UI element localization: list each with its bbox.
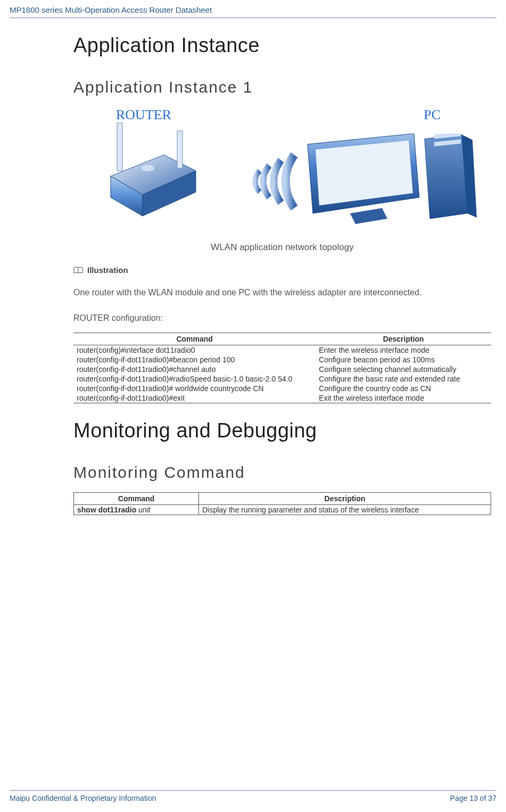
illustration-label: Illustration bbox=[87, 266, 128, 275]
table-header-description: Description bbox=[316, 333, 491, 345]
router-antenna-1 bbox=[117, 123, 122, 171]
topology-diagram: ROUTER PC bbox=[84, 107, 488, 229]
footer-row: Maipu Confidential & Proprietary Informa… bbox=[10, 794, 496, 802]
table-header-command: Command bbox=[74, 492, 199, 504]
footer-rule bbox=[10, 790, 496, 791]
cmd-cell: router(config)#interface dot11radio0 bbox=[73, 345, 316, 355]
router-antenna-2 bbox=[177, 131, 183, 168]
desc-cell: Configure the country code as CN bbox=[316, 384, 491, 393]
desc-cell: Enter the wireless interface mode bbox=[316, 345, 491, 355]
table-header-row: Command Description bbox=[74, 492, 491, 504]
table-row: router(config-if-dot11radio0)#beacon per… bbox=[73, 355, 491, 364]
heading-application-instance-1: Application Instance 1 bbox=[73, 78, 491, 96]
router-led-area bbox=[142, 165, 154, 171]
pc-tower bbox=[425, 135, 467, 219]
monitoring-command-table: Command Description show dot11radio unit… bbox=[73, 492, 491, 515]
pc-label: PC bbox=[424, 107, 441, 123]
cmd-cell: router(config-if-dot11radio0)#exit bbox=[73, 393, 316, 403]
diagram-caption: WLAN application network topology bbox=[73, 242, 491, 253]
header-rule bbox=[10, 18, 496, 18]
cmd-cell: router(config-if-dot11radio0)#radioSpeed… bbox=[73, 374, 316, 384]
table-row: show dot11radio unit Display the running… bbox=[74, 504, 491, 515]
cmd-cell: show dot11radio unit bbox=[74, 504, 199, 515]
monitor-stand bbox=[350, 208, 387, 224]
table-header-description: Description bbox=[199, 492, 491, 504]
doc-header-title: MP1800 series Multi-Operation Access Rou… bbox=[10, 0, 496, 18]
heading-application-instance: Application Instance bbox=[73, 34, 491, 57]
table-row: router(config-if-dot11radio0)#radioSpeed… bbox=[73, 374, 491, 384]
desc-cell: Display the running parameter and status… bbox=[199, 504, 491, 515]
router-config-label: ROUTER configuration: bbox=[73, 311, 491, 326]
heading-monitoring-command: Monitoring Command bbox=[73, 463, 491, 482]
table-row: router(config-if-dot11radio0)#channel au… bbox=[73, 364, 491, 374]
table-header-row: Command Description bbox=[73, 333, 491, 345]
router-config-table: Command Description router(config)#inter… bbox=[73, 333, 491, 403]
table-row: router(config)#interface dot11radio0Ente… bbox=[73, 345, 491, 355]
pc-graphic bbox=[302, 134, 478, 224]
page: MP1800 series Multi-Operation Access Rou… bbox=[0, 0, 506, 812]
cmd-cell: router(config-if-dot11radio0)#channel au… bbox=[73, 364, 316, 374]
table-row: router(config-if-dot11radio0)#exitExit t… bbox=[73, 393, 491, 403]
cmd-cell: router(config-if-dot11radio0)# worldwide… bbox=[73, 384, 316, 393]
heading-monitoring-debugging: Monitoring and Debugging bbox=[73, 419, 491, 442]
cmd-cell: router(config-if-dot11radio0)#beacon per… bbox=[73, 355, 316, 364]
content-area: Application Instance Application Instanc… bbox=[73, 34, 491, 515]
book-icon bbox=[73, 267, 83, 274]
footer-right: Page 13 of 37 bbox=[450, 794, 496, 802]
cmd-italic-part: unit bbox=[138, 506, 151, 514]
illustration-heading-row: Illustration bbox=[73, 266, 491, 275]
table-header-command: Command bbox=[73, 333, 316, 345]
router-graphic bbox=[95, 118, 206, 219]
desc-cell: Configure the basic rate and extended ra… bbox=[316, 374, 491, 384]
desc-cell: Configure beacon period as 100ms bbox=[316, 355, 491, 364]
table-row: router(config-if-dot11radio0)# worldwide… bbox=[73, 384, 491, 393]
desc-cell: Exit the wireless interface mode bbox=[316, 393, 491, 403]
illustration-paragraph: One router with the WLAN module and one … bbox=[73, 284, 491, 301]
footer-left: Maipu Confidential & Proprietary Informa… bbox=[10, 794, 156, 802]
cmd-bold-part: show dot11radio bbox=[77, 506, 138, 514]
desc-cell: Configure selecting channel automaticall… bbox=[316, 364, 491, 374]
page-footer: Maipu Confidential & Proprietary Informa… bbox=[10, 790, 496, 802]
